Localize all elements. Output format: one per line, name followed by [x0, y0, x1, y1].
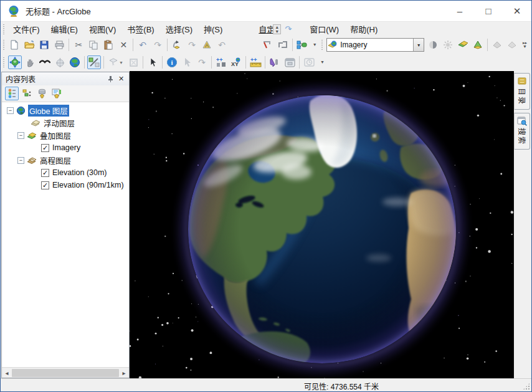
center-target-button[interactable] — [53, 55, 67, 69]
navigate-tool-button[interactable] — [8, 55, 22, 69]
menu-window[interactable]: 窗口(W) — [304, 22, 344, 36]
open-button[interactable] — [22, 38, 36, 52]
fly-tool-button[interactable] — [38, 55, 52, 69]
customize-dropdown-button[interactable]: ▲ ▼ — [273, 24, 281, 34]
new-document-button[interactable] — [7, 38, 21, 52]
horizontal-scrollbar[interactable]: ◂ ▸ — [2, 367, 129, 378]
add-data-button[interactable] — [170, 38, 184, 52]
menu-bookmarks[interactable]: 书签(B) — [121, 22, 159, 36]
select-features-button[interactable]: ▼ — [107, 55, 125, 69]
nav-overflow-button[interactable]: ▼ — [318, 55, 327, 69]
paste-button[interactable] — [102, 38, 115, 52]
minimize-button[interactable]: – — [445, 1, 474, 21]
save-button[interactable] — [37, 38, 51, 52]
menu-geoprocessing[interactable]: 抻(S) — [198, 22, 228, 36]
elev90-checkbox[interactable]: ✓ — [41, 181, 49, 189]
layer-label-globe[interactable]: Globe 图层 — [28, 105, 69, 117]
animation-button[interactable] — [302, 55, 316, 69]
area-tool-button[interactable] — [276, 38, 290, 52]
base-heights-button[interactable] — [471, 38, 485, 52]
imagery-checkbox[interactable]: ✓ — [41, 144, 49, 152]
redo-button[interactable]: ↷ — [151, 38, 164, 52]
layer-label-elevation-group[interactable]: 高程图层 — [39, 155, 72, 166]
maximize-button[interactable]: □ — [474, 1, 503, 21]
list-by-selection-button[interactable] — [50, 87, 64, 100]
go-to-xy-button[interactable]: XY — [229, 55, 243, 69]
scroll-right-icon[interactable]: ▸ — [119, 370, 129, 376]
hyperlink-button[interactable]: ↷ — [195, 55, 209, 69]
find-button[interactable]: ++ — [214, 55, 228, 69]
collapse-icon[interactable]: − — [7, 107, 14, 114]
measure-button[interactable]: ++ — [249, 55, 262, 69]
toolbar-overflow-button[interactable]: ▼ — [311, 38, 319, 52]
close-button[interactable]: ✕ — [503, 1, 531, 21]
disabled-tool-button[interactable]: ↷ — [185, 38, 199, 52]
measure-slope-button[interactable] — [261, 38, 275, 52]
copy-button[interactable] — [87, 38, 100, 52]
menubar-grip[interactable] — [2, 24, 5, 35]
full-extent-button[interactable] — [68, 55, 82, 69]
scroll-left-icon[interactable]: ◂ — [2, 370, 12, 376]
close-panel-button[interactable]: ✕ — [116, 74, 126, 84]
swipe-layer-button[interactable] — [456, 38, 470, 52]
scrollbar-thumb[interactable] — [12, 369, 119, 377]
find-route-button[interactable] — [180, 55, 194, 69]
tree-row-draped[interactable]: − 叠加图层 — [2, 129, 129, 141]
collapse-icon[interactable]: − — [17, 157, 24, 164]
nav-toolbar-grip[interactable] — [2, 57, 5, 68]
clear-selection-button[interactable] — [126, 55, 140, 69]
layer-label-elev90[interactable]: Elevation (90m/1km) — [51, 181, 125, 189]
cut-button[interactable]: ✂ — [72, 38, 85, 52]
pan-tool-button[interactable] — [23, 55, 37, 69]
print-button[interactable] — [52, 38, 66, 52]
layer-label-floating[interactable]: 浮动图层 — [42, 117, 76, 129]
menu-help[interactable]: 帮助(H) — [344, 22, 383, 36]
layer-label-imagery[interactable]: Imagery — [51, 143, 82, 152]
earth-globe[interactable] — [130, 71, 513, 378]
animation-pyramid2-button[interactable] — [505, 38, 519, 52]
collapse-icon[interactable]: − — [17, 132, 24, 139]
animation-pyramid-button[interactable] — [490, 38, 504, 52]
tree-row-elev90[interactable]: ✓ Elevation (90m/1km) — [2, 179, 129, 191]
menu-selection[interactable]: 选择(S) — [160, 22, 198, 36]
surface-mode-button[interactable] — [87, 55, 101, 69]
layer-label-draped[interactable]: 叠加图层 — [39, 130, 72, 141]
label-tool-button[interactable]: A — [200, 38, 214, 52]
viewer-window-button[interactable] — [283, 55, 297, 69]
list-by-drawing-order-button[interactable] — [5, 87, 19, 100]
layer-combobox-dropdown[interactable]: ▼ — [413, 39, 424, 51]
globe-viewport[interactable] — [130, 71, 513, 378]
delete-button[interactable]: ✕ — [116, 38, 130, 52]
tree-row-elev30[interactable]: ✓ Elevation (30m) — [2, 166, 129, 179]
menu-view[interactable]: 视图(V) — [83, 22, 121, 36]
disabled-tool2-button[interactable]: ↶ — [215, 38, 229, 52]
undo-button[interactable]: ↶ — [136, 38, 150, 52]
new-document-icon — [9, 40, 19, 50]
catalog-tab[interactable]: 目录 — [514, 73, 530, 110]
right-overflow-button[interactable]: ▸▸ ▼ — [521, 38, 529, 52]
navigation-toolbar: ▼ i ↷ — [1, 54, 531, 71]
menu-edit[interactable]: 编辑(E) — [45, 22, 83, 36]
menu-customize[interactable]: 自定义 — [253, 22, 273, 36]
resize-grip[interactable] — [523, 383, 530, 390]
layer-combobox[interactable]: Imagery ▼ — [326, 38, 424, 52]
pin-button[interactable] — [105, 74, 116, 84]
layer-toolbar-grip[interactable] — [321, 39, 323, 50]
layer-label-elev30[interactable]: Elevation (30m) — [51, 168, 108, 177]
tree-row-elevation-group[interactable]: − 高程图层 — [2, 154, 129, 166]
identify-button[interactable]: i — [165, 55, 179, 69]
search-tab[interactable]: 搜索 — [514, 113, 530, 150]
sun-position-button[interactable] — [441, 38, 455, 52]
contrast-button[interactable] — [426, 38, 440, 52]
tree-row-imagery[interactable]: ✓ Imagery — [2, 141, 129, 154]
elev30-checkbox[interactable]: ✓ — [41, 169, 49, 177]
tree-row-globe[interactable]: − Globe 图层 — [2, 104, 129, 117]
html-popup-button[interactable] — [268, 55, 282, 69]
tree-row-floating[interactable]: 浮动图层 — [2, 117, 129, 129]
select-elements-button[interactable] — [146, 55, 159, 69]
standard-toolbar-grip[interactable] — [2, 39, 4, 50]
list-by-source-button[interactable] — [20, 87, 34, 100]
menu-file[interactable]: 文件(F) — [7, 22, 45, 36]
list-by-visibility-button[interactable] — [35, 87, 49, 100]
modelbuilder-button[interactable] — [295, 38, 309, 52]
